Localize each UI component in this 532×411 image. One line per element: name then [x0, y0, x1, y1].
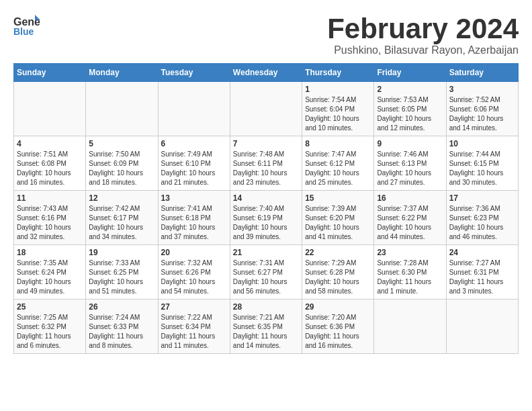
day-info: Sunrise: 7:22 AM Sunset: 6:34 PM Dayligh… — [161, 313, 227, 351]
day-info: Sunrise: 7:25 AM Sunset: 6:32 PM Dayligh… — [17, 313, 83, 351]
day-info: Sunrise: 7:39 AM Sunset: 6:20 PM Dayligh… — [305, 204, 371, 242]
calendar-week-1: 1Sunrise: 7:54 AM Sunset: 6:04 PM Daylig… — [14, 82, 519, 136]
day-info: Sunrise: 7:21 AM Sunset: 6:35 PM Dayligh… — [233, 313, 299, 351]
day-info: Sunrise: 7:28 AM Sunset: 6:30 PM Dayligh… — [377, 259, 443, 296]
calendar-cell — [230, 82, 302, 136]
calendar-week-5: 25Sunrise: 7:25 AM Sunset: 6:32 PM Dayli… — [14, 300, 519, 354]
calendar-title: February 2024 — [327, 13, 519, 44]
calendar-cell — [374, 300, 446, 354]
day-info: Sunrise: 7:47 AM Sunset: 6:12 PM Dayligh… — [305, 150, 371, 187]
day-info: Sunrise: 7:50 AM Sunset: 6:09 PM Dayligh… — [89, 150, 154, 187]
day-number: 21 — [233, 248, 299, 257]
day-number: 29 — [305, 302, 371, 312]
page-header: General Blue February 2024 Pushkino, Bil… — [13, 13, 519, 56]
day-number: 28 — [233, 302, 299, 312]
day-info: Sunrise: 7:31 AM Sunset: 6:27 PM Dayligh… — [233, 259, 299, 296]
calendar-cell — [158, 82, 230, 136]
logo: General Blue — [13, 13, 40, 38]
calendar-cell: 20Sunrise: 7:32 AM Sunset: 6:26 PM Dayli… — [158, 245, 230, 300]
day-number: 25 — [17, 302, 83, 312]
day-info: Sunrise: 7:54 AM Sunset: 6:04 PM Dayligh… — [305, 95, 371, 133]
svg-text:Blue: Blue — [13, 26, 34, 37]
day-number: 14 — [233, 193, 299, 203]
day-number: 13 — [161, 193, 227, 203]
day-info: Sunrise: 7:51 AM Sunset: 6:08 PM Dayligh… — [17, 150, 83, 187]
day-number: 5 — [89, 139, 154, 148]
calendar-header-row: Sunday Monday Tuesday Wednesday Thursday… — [14, 64, 519, 82]
calendar-cell: 10Sunrise: 7:44 AM Sunset: 6:15 PM Dayli… — [446, 136, 518, 191]
day-number: 22 — [305, 248, 371, 257]
calendar-cell: 3Sunrise: 7:52 AM Sunset: 6:06 PM Daylig… — [446, 82, 518, 136]
day-number: 26 — [89, 302, 154, 312]
day-info: Sunrise: 7:40 AM Sunset: 6:19 PM Dayligh… — [233, 204, 299, 242]
day-info: Sunrise: 7:42 AM Sunset: 6:17 PM Dayligh… — [89, 204, 154, 242]
calendar-cell: 8Sunrise: 7:47 AM Sunset: 6:12 PM Daylig… — [302, 136, 374, 191]
title-section: February 2024 Pushkino, Bilasuvar Rayon,… — [327, 13, 519, 56]
day-number: 12 — [89, 193, 154, 203]
day-number: 11 — [17, 193, 83, 203]
day-info: Sunrise: 7:27 AM Sunset: 6:31 PM Dayligh… — [449, 259, 515, 296]
day-info: Sunrise: 7:52 AM Sunset: 6:06 PM Dayligh… — [449, 95, 515, 133]
day-number: 4 — [17, 139, 83, 148]
calendar-cell: 7Sunrise: 7:48 AM Sunset: 6:11 PM Daylig… — [230, 136, 302, 191]
calendar-subtitle: Pushkino, Bilasuvar Rayon, Azerbaijan — [327, 44, 519, 56]
calendar-cell: 9Sunrise: 7:46 AM Sunset: 6:13 PM Daylig… — [374, 136, 446, 191]
day-number: 9 — [377, 139, 443, 148]
day-info: Sunrise: 7:43 AM Sunset: 6:16 PM Dayligh… — [17, 204, 83, 242]
calendar-cell: 29Sunrise: 7:20 AM Sunset: 6:36 PM Dayli… — [302, 300, 374, 354]
header-sunday: Sunday — [14, 64, 86, 82]
day-info: Sunrise: 7:20 AM Sunset: 6:36 PM Dayligh… — [305, 313, 371, 351]
day-number: 17 — [449, 193, 515, 203]
calendar-cell: 14Sunrise: 7:40 AM Sunset: 6:19 PM Dayli… — [230, 191, 302, 245]
calendar-week-4: 18Sunrise: 7:35 AM Sunset: 6:24 PM Dayli… — [14, 245, 519, 300]
calendar-cell: 18Sunrise: 7:35 AM Sunset: 6:24 PM Dayli… — [14, 245, 86, 300]
calendar-cell: 12Sunrise: 7:42 AM Sunset: 6:17 PM Dayli… — [86, 191, 158, 245]
day-info: Sunrise: 7:46 AM Sunset: 6:13 PM Dayligh… — [377, 150, 443, 187]
calendar-cell: 24Sunrise: 7:27 AM Sunset: 6:31 PM Dayli… — [446, 245, 518, 300]
calendar-cell — [86, 82, 158, 136]
day-number: 27 — [161, 302, 227, 312]
day-info: Sunrise: 7:48 AM Sunset: 6:11 PM Dayligh… — [233, 150, 299, 187]
day-number: 15 — [305, 193, 371, 203]
calendar-cell: 4Sunrise: 7:51 AM Sunset: 6:08 PM Daylig… — [14, 136, 86, 191]
day-info: Sunrise: 7:41 AM Sunset: 6:18 PM Dayligh… — [161, 204, 227, 242]
header-wednesday: Wednesday — [230, 64, 302, 82]
calendar-cell: 13Sunrise: 7:41 AM Sunset: 6:18 PM Dayli… — [158, 191, 230, 245]
calendar-cell: 17Sunrise: 7:36 AM Sunset: 6:23 PM Dayli… — [446, 191, 518, 245]
calendar-cell: 21Sunrise: 7:31 AM Sunset: 6:27 PM Dayli… — [230, 245, 302, 300]
day-info: Sunrise: 7:37 AM Sunset: 6:22 PM Dayligh… — [377, 204, 443, 242]
day-number: 19 — [89, 248, 154, 257]
day-number: 8 — [305, 139, 371, 148]
calendar-cell — [446, 300, 518, 354]
calendar-cell: 11Sunrise: 7:43 AM Sunset: 6:16 PM Dayli… — [14, 191, 86, 245]
calendar-cell: 19Sunrise: 7:33 AM Sunset: 6:25 PM Dayli… — [86, 245, 158, 300]
header-tuesday: Tuesday — [158, 64, 230, 82]
calendar-cell: 1Sunrise: 7:54 AM Sunset: 6:04 PM Daylig… — [302, 82, 374, 136]
day-number: 18 — [17, 248, 83, 257]
day-number: 7 — [233, 139, 299, 148]
calendar-cell — [14, 82, 86, 136]
header-friday: Friday — [374, 64, 446, 82]
day-number: 16 — [377, 193, 443, 203]
day-number: 6 — [161, 139, 227, 148]
day-number: 1 — [305, 85, 371, 94]
day-info: Sunrise: 7:24 AM Sunset: 6:33 PM Dayligh… — [89, 313, 154, 351]
day-info: Sunrise: 7:44 AM Sunset: 6:15 PM Dayligh… — [449, 150, 515, 187]
day-info: Sunrise: 7:29 AM Sunset: 6:28 PM Dayligh… — [305, 259, 371, 296]
day-number: 23 — [377, 248, 443, 257]
day-number: 10 — [449, 139, 515, 148]
day-info: Sunrise: 7:35 AM Sunset: 6:24 PM Dayligh… — [17, 259, 83, 296]
day-info: Sunrise: 7:53 AM Sunset: 6:05 PM Dayligh… — [377, 95, 443, 133]
calendar-cell: 23Sunrise: 7:28 AM Sunset: 6:30 PM Dayli… — [374, 245, 446, 300]
header-thursday: Thursday — [302, 64, 374, 82]
calendar-cell: 16Sunrise: 7:37 AM Sunset: 6:22 PM Dayli… — [374, 191, 446, 245]
calendar-week-3: 11Sunrise: 7:43 AM Sunset: 6:16 PM Dayli… — [14, 191, 519, 245]
calendar-cell: 22Sunrise: 7:29 AM Sunset: 6:28 PM Dayli… — [302, 245, 374, 300]
calendar-cell: 25Sunrise: 7:25 AM Sunset: 6:32 PM Dayli… — [14, 300, 86, 354]
day-number: 3 — [449, 85, 515, 94]
calendar-cell: 27Sunrise: 7:22 AM Sunset: 6:34 PM Dayli… — [158, 300, 230, 354]
calendar-week-2: 4Sunrise: 7:51 AM Sunset: 6:08 PM Daylig… — [14, 136, 519, 191]
calendar-cell: 2Sunrise: 7:53 AM Sunset: 6:05 PM Daylig… — [374, 82, 446, 136]
header-saturday: Saturday — [446, 64, 518, 82]
calendar-table: Sunday Monday Tuesday Wednesday Thursday… — [13, 63, 519, 354]
